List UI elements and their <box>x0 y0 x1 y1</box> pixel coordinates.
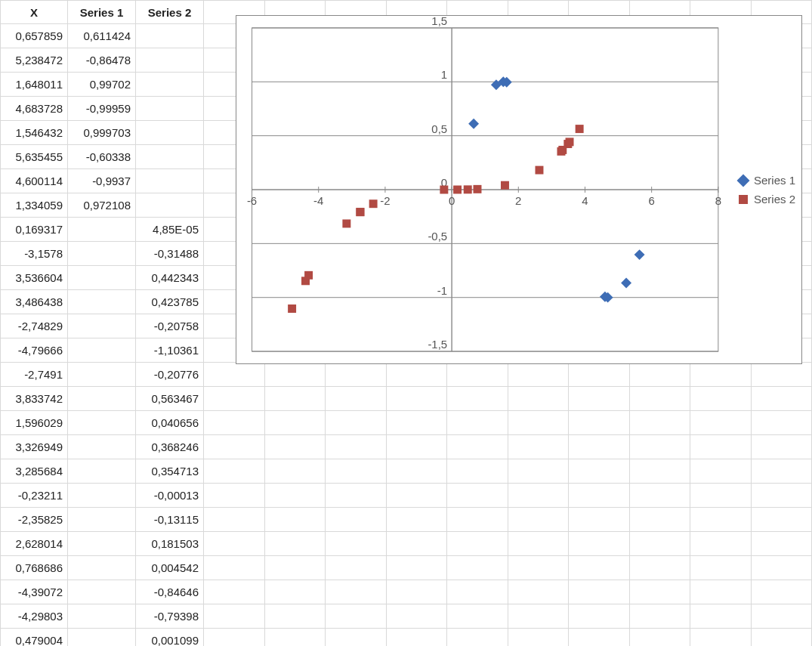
empty-cell[interactable] <box>630 459 691 484</box>
cell[interactable] <box>68 338 136 363</box>
empty-cell[interactable] <box>690 556 752 580</box>
empty-cell[interactable] <box>204 580 265 604</box>
empty-cell[interactable] <box>752 556 813 580</box>
empty-cell[interactable] <box>690 508 752 532</box>
cell[interactable]: 0,001099 <box>136 629 204 646</box>
empty-cell[interactable] <box>204 363 265 387</box>
empty-cell[interactable] <box>387 435 448 459</box>
empty-cell[interactable] <box>690 580 752 604</box>
empty-cell[interactable] <box>752 387 813 411</box>
empty-cell[interactable] <box>447 411 508 435</box>
empty-cell[interactable] <box>265 363 326 387</box>
empty-cell[interactable] <box>387 556 448 580</box>
cell[interactable] <box>136 73 204 97</box>
empty-cell[interactable] <box>630 556 691 580</box>
empty-cell[interactable] <box>569 459 630 484</box>
empty-cell[interactable] <box>630 604 691 629</box>
empty-cell[interactable] <box>265 459 326 484</box>
empty-cell[interactable] <box>630 629 691 646</box>
empty-cell[interactable] <box>326 387 387 411</box>
empty-cell[interactable] <box>387 508 448 532</box>
cell[interactable]: 1,334059 <box>0 193 68 218</box>
cell[interactable]: 3,285684 <box>0 459 68 484</box>
cell[interactable]: -0,00013 <box>136 484 204 508</box>
cell[interactable] <box>136 24 204 48</box>
cell[interactable]: 1,648011 <box>0 73 68 97</box>
cell[interactable]: -4,79666 <box>0 338 68 363</box>
empty-cell[interactable] <box>508 508 570 532</box>
empty-cell[interactable] <box>508 484 570 508</box>
empty-cell[interactable] <box>752 363 813 387</box>
empty-cell[interactable] <box>204 629 265 646</box>
empty-cell[interactable] <box>630 484 691 508</box>
cell[interactable]: 1,546432 <box>0 121 68 145</box>
cell[interactable]: -0,79398 <box>136 604 204 629</box>
empty-cell[interactable] <box>265 604 326 629</box>
cell[interactable]: 0,169317 <box>0 218 68 242</box>
empty-cell[interactable] <box>569 387 630 411</box>
empty-cell[interactable] <box>508 387 570 411</box>
empty-cell[interactable] <box>508 411 570 435</box>
empty-cell[interactable] <box>752 435 813 459</box>
cell[interactable] <box>68 484 136 508</box>
cell[interactable] <box>68 411 136 435</box>
empty-cell[interactable] <box>387 484 448 508</box>
cell[interactable] <box>68 266 136 290</box>
empty-cell[interactable] <box>569 435 630 459</box>
empty-cell[interactable] <box>508 363 570 387</box>
cell[interactable]: -0,84646 <box>136 580 204 604</box>
cell[interactable] <box>68 508 136 532</box>
cell[interactable]: 4,683728 <box>0 97 68 121</box>
cell[interactable]: 5,635455 <box>0 145 68 169</box>
empty-cell[interactable] <box>326 435 387 459</box>
empty-cell[interactable] <box>508 629 570 646</box>
cell[interactable] <box>68 242 136 266</box>
cell[interactable]: 3,326949 <box>0 435 68 459</box>
cell[interactable] <box>136 97 204 121</box>
cell[interactable]: -1,10361 <box>136 338 204 363</box>
empty-cell[interactable] <box>265 484 326 508</box>
empty-cell[interactable] <box>569 532 630 556</box>
empty-cell[interactable] <box>752 508 813 532</box>
empty-cell[interactable] <box>204 411 265 435</box>
cell[interactable]: 0,004542 <box>136 556 204 580</box>
cell[interactable] <box>68 387 136 411</box>
empty-cell[interactable] <box>265 387 326 411</box>
cell[interactable]: -2,74829 <box>0 314 68 338</box>
cell[interactable]: 3,536604 <box>0 266 68 290</box>
empty-cell[interactable] <box>265 435 326 459</box>
empty-cell[interactable] <box>265 556 326 580</box>
empty-cell[interactable] <box>630 387 691 411</box>
cell[interactable]: 2,628014 <box>0 532 68 556</box>
cell[interactable]: 0,657859 <box>0 24 68 48</box>
empty-cell[interactable] <box>630 363 691 387</box>
column-header[interactable]: X <box>0 0 68 24</box>
empty-cell[interactable] <box>569 484 630 508</box>
empty-cell[interactable] <box>204 459 265 484</box>
cell[interactable]: 0,611424 <box>68 24 136 48</box>
empty-cell[interactable] <box>569 556 630 580</box>
empty-cell[interactable] <box>447 484 508 508</box>
empty-cell[interactable] <box>569 508 630 532</box>
empty-cell[interactable] <box>508 604 570 629</box>
empty-cell[interactable] <box>690 387 752 411</box>
cell[interactable]: 0,563467 <box>136 387 204 411</box>
empty-cell[interactable] <box>447 508 508 532</box>
cell[interactable] <box>136 48 204 73</box>
cell[interactable]: 3,833742 <box>0 387 68 411</box>
empty-cell[interactable] <box>508 556 570 580</box>
cell[interactable]: -0,31488 <box>136 242 204 266</box>
cell[interactable]: 5,238472 <box>0 48 68 73</box>
empty-cell[interactable] <box>569 411 630 435</box>
empty-cell[interactable] <box>204 532 265 556</box>
empty-cell[interactable] <box>690 532 752 556</box>
cell[interactable]: -4,29803 <box>0 604 68 629</box>
empty-cell[interactable] <box>265 532 326 556</box>
cell[interactable]: -0,20776 <box>136 363 204 387</box>
cell[interactable]: -3,1578 <box>0 242 68 266</box>
empty-cell[interactable] <box>387 629 448 646</box>
cell[interactable]: 0,040656 <box>136 411 204 435</box>
cell[interactable]: -0,23211 <box>0 484 68 508</box>
cell[interactable]: 0,423785 <box>136 290 204 314</box>
empty-cell[interactable] <box>690 363 752 387</box>
